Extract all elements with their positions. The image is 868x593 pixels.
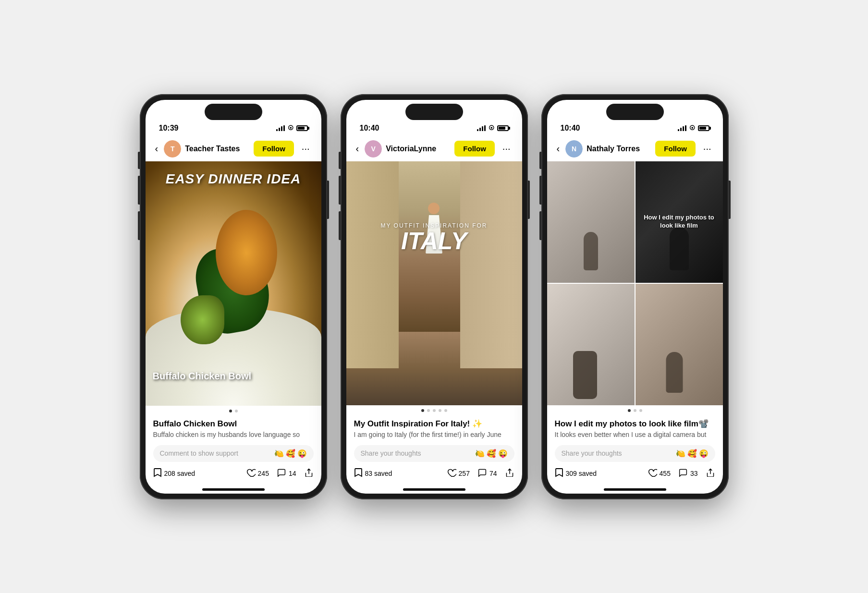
comment-input[interactable]: Comment to show support🍋🥰😜 [153, 445, 314, 462]
emoji[interactable]: 🥰 [687, 449, 697, 458]
post-description: Buffalo chicken is my husbands love lang… [153, 431, 314, 438]
bookmark-action[interactable]: 208 saved [153, 468, 196, 480]
emoji[interactable]: 😜 [297, 449, 307, 458]
saved-count: 208 saved [164, 470, 196, 477]
emoji[interactable]: 😜 [498, 449, 508, 458]
status-time: 10:40 [360, 124, 379, 133]
back-button[interactable]: ‹ [153, 141, 160, 156]
phones-container: 10:39⦿‹TTeacher TastesFollow···EASY DINN… [140, 94, 729, 499]
share-action[interactable] [304, 468, 314, 479]
status-icons: ⦿ [678, 125, 709, 132]
wifi-icon: ⦿ [689, 125, 695, 132]
saved-count: 83 saved [365, 470, 392, 477]
post-image-container: EASY DINNER IDEABuffalo Chicken Bowl [146, 161, 321, 406]
film-cell-2: How I edit my photos to look like film [636, 161, 723, 283]
emoji[interactable]: 🍋 [676, 449, 685, 458]
heart-icon [447, 468, 456, 479]
more-button[interactable]: ··· [499, 141, 514, 156]
phone-phone3: 10:40⦿‹NNathaly TorresFollow···How I edi… [541, 94, 729, 499]
image-dots [547, 405, 723, 414]
comment-input[interactable]: Share your thoughts🍋🥰😜 [555, 445, 715, 462]
comment-action[interactable]: 14 [277, 468, 296, 479]
bookmark-icon [354, 468, 363, 480]
comment-action[interactable]: 74 [477, 468, 497, 479]
bookmark-icon [555, 468, 563, 480]
follow-button[interactable]: Follow [655, 141, 696, 157]
back-button[interactable]: ‹ [555, 141, 562, 156]
share-action[interactable] [706, 468, 715, 479]
username-label: Nathaly Torres [587, 145, 651, 153]
saved-count: 309 saved [566, 470, 597, 477]
comment-icon [678, 468, 688, 479]
emoji[interactable]: 🥰 [487, 449, 496, 458]
comment-placeholder: Share your thoughts [562, 449, 622, 457]
comment-count: 33 [690, 470, 698, 477]
follow-button[interactable]: Follow [254, 141, 294, 157]
comment-input-row: Comment to show support🍋🥰😜 [146, 442, 321, 465]
home-indicator [547, 485, 723, 494]
comment-emojis: 🍋🥰😜 [475, 449, 508, 458]
image-caption-top: EASY DINNER IDEA [146, 171, 321, 187]
status-time: 10:40 [561, 124, 580, 133]
like-count: 245 [258, 470, 269, 477]
share-icon [706, 468, 715, 479]
dot-0 [421, 409, 424, 412]
film-cell-1 [547, 161, 635, 283]
dot-3 [439, 409, 441, 412]
post-title: How I edit my photos to look like film📽️ [555, 419, 715, 429]
bookmark-icon [153, 468, 162, 480]
wifi-icon: ⦿ [489, 125, 494, 132]
emoji[interactable]: 😜 [699, 449, 709, 458]
comment-count: 74 [489, 470, 497, 477]
wifi-icon: ⦿ [288, 125, 293, 132]
post-description: I am going to Italy (for the first time!… [354, 431, 514, 438]
heart-icon [648, 468, 657, 479]
action-bar: 309 saved45533 [547, 465, 723, 485]
post-content: Buffalo Chicken BowlBuffalo chicken is m… [146, 414, 321, 442]
film-overlay-text: How I edit my photos to look like film [640, 214, 719, 230]
comment-icon [477, 468, 487, 479]
like-action[interactable]: 455 [648, 468, 671, 479]
like-action[interactable]: 245 [246, 468, 269, 479]
emoji[interactable]: 🍋 [475, 449, 485, 458]
dot-1 [427, 409, 430, 412]
emoji[interactable]: 🥰 [286, 449, 295, 458]
dot-0 [229, 410, 232, 412]
image-caption-bottom: Buffalo Chicken Bowl [153, 371, 252, 382]
phone-phone1: 10:39⦿‹TTeacher TastesFollow···EASY DINN… [140, 94, 327, 499]
image-dots [146, 406, 321, 414]
dot-0 [628, 409, 631, 412]
bookmark-action[interactable]: 309 saved [555, 468, 597, 480]
username-label: Teacher Tastes [185, 145, 250, 153]
share-icon [505, 468, 514, 479]
home-indicator [146, 485, 321, 494]
comment-placeholder: Share your thoughts [361, 449, 421, 457]
comment-action[interactable]: 33 [678, 468, 698, 479]
home-indicator [346, 485, 522, 494]
share-action[interactable] [505, 468, 514, 479]
avatar: T [164, 140, 181, 157]
like-action[interactable]: 257 [447, 468, 470, 479]
comment-input[interactable]: Share your thoughts🍋🥰😜 [354, 445, 514, 462]
emoji[interactable]: 🍋 [274, 449, 284, 458]
more-button[interactable]: ··· [699, 141, 715, 156]
post-title: My Outfit Inspiration For Italy! ✨ [354, 419, 514, 429]
post-content: How I edit my photos to look like film📽️… [547, 414, 723, 442]
like-count: 455 [660, 470, 671, 477]
more-button[interactable]: ··· [298, 141, 314, 156]
image-caption-main: ITALY [356, 230, 513, 253]
comment-icon [277, 468, 286, 479]
comment-placeholder: Comment to show support [160, 449, 238, 457]
post-content: My Outfit Inspiration For Italy! ✨I am g… [346, 414, 522, 442]
film-cell-3 [547, 284, 635, 405]
like-count: 257 [459, 470, 470, 477]
follow-button[interactable]: Follow [454, 141, 495, 157]
heart-icon [246, 468, 256, 479]
back-button[interactable]: ‹ [354, 141, 361, 156]
dot-1 [634, 409, 636, 412]
battery-icon [296, 125, 308, 131]
bookmark-action[interactable]: 83 saved [354, 468, 392, 480]
action-bar: 208 saved24514 [146, 465, 321, 485]
post-image-container: How I edit my photos to look like film [547, 161, 723, 405]
dot-2 [639, 409, 642, 412]
